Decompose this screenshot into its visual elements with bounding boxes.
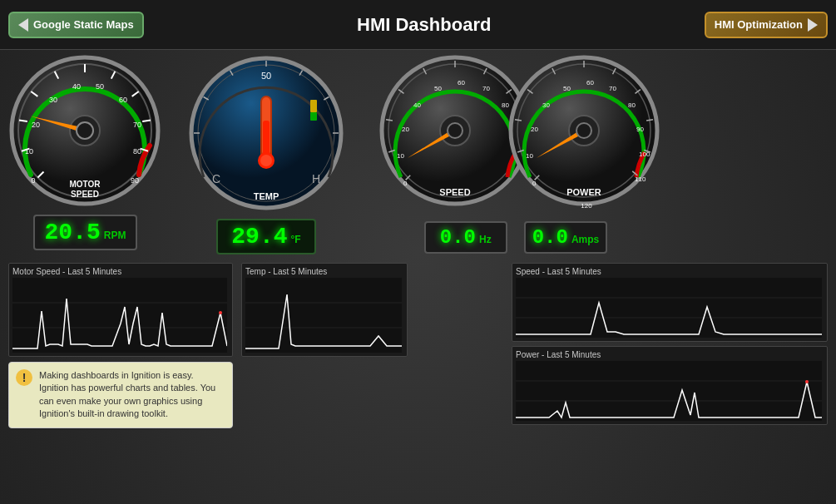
spacer [416, 263, 503, 428]
speed-power-gauges: 0 10 20 40 50 60 70 80 90 [378, 54, 653, 208]
svg-point-71 [448, 123, 463, 138]
svg-text:MOTOR: MOTOR [69, 180, 101, 189]
charts-row: Motor Speed - Last 5 Minutes [8, 263, 828, 428]
power-chart-area [516, 361, 822, 421]
svg-point-105 [219, 311, 222, 314]
temp-gauge: C H 50 [187, 54, 345, 212]
motor-speed-gauge: 0 10 20 30 40 50 [8, 54, 162, 208]
svg-text:70: 70 [482, 85, 490, 92]
nav-right-button[interactable]: HMI Optimization [705, 12, 828, 38]
svg-text:60: 60 [586, 79, 594, 86]
svg-text:10: 10 [25, 147, 33, 156]
svg-point-100 [576, 123, 591, 138]
svg-text:10: 10 [397, 152, 404, 160]
svg-rect-112 [516, 361, 822, 421]
motor-speed-value: 20.5 [45, 220, 101, 245]
left-arrow-icon [18, 18, 28, 32]
svg-text:90: 90 [636, 126, 644, 133]
svg-text:0: 0 [532, 180, 537, 187]
power-chart-svg [516, 361, 822, 421]
speed-display: 0.0 Hz [424, 221, 507, 254]
svg-text:90: 90 [131, 176, 139, 185]
motor-speed-chart-area [12, 278, 227, 353]
nav-left-button[interactable]: Google Static Maps [8, 12, 144, 38]
svg-rect-41 [310, 112, 317, 121]
power-gauge: 0 10 20 30 50 60 70 80 90 100 110 120 [507, 54, 661, 211]
speed-chart-box: Speed - Last 5 Minutes [512, 263, 828, 342]
power-unit: Amps [571, 234, 599, 245]
svg-text:110: 110 [635, 175, 646, 183]
header: Google Static Maps HMI Dashboard HMI Opt… [0, 0, 836, 50]
svg-text:50: 50 [563, 85, 571, 92]
svg-point-46 [260, 155, 272, 166]
right-arrow-icon [808, 18, 818, 32]
motor-speed-chart-title: Motor Speed - Last 5 Minutes [12, 267, 229, 276]
svg-point-115 [805, 380, 809, 383]
svg-text:H: H [312, 172, 320, 185]
temp-svg: C H 50 [187, 54, 345, 212]
svg-text:0: 0 [31, 176, 35, 185]
svg-text:80: 80 [628, 101, 636, 109]
svg-rect-106 [245, 278, 402, 353]
svg-text:20: 20 [531, 126, 538, 133]
motor-speed-unit: RPM [104, 230, 126, 241]
temp-chart-title: Temp - Last 5 Minutes [245, 267, 403, 276]
sp-displays: 0.0 Hz 0.0 Amps [424, 215, 608, 254]
motor-speed-svg: 0 10 20 30 40 50 [8, 54, 162, 208]
motor-speed-chart-box: Motor Speed - Last 5 Minutes [8, 263, 233, 357]
svg-text:TEMP: TEMP [254, 191, 279, 201]
svg-text:C: C [212, 172, 220, 185]
temp-gauge-container: C H 50 [187, 54, 345, 254]
svg-text:30: 30 [542, 101, 550, 109]
speed-chart-area [516, 278, 822, 338]
svg-text:50: 50 [261, 71, 271, 81]
svg-text:0: 0 [403, 180, 408, 187]
info-icon: ! [16, 369, 32, 386]
svg-text:60: 60 [458, 79, 465, 86]
power-chart-title: Power - Last 5 Minutes [516, 350, 824, 359]
page-title: HMI Dashboard [357, 14, 491, 36]
speed-value: 0.0 [440, 226, 476, 249]
svg-text:70: 70 [133, 121, 141, 129]
temp-chart-area [245, 278, 402, 353]
temp-display: 29.4 °F [216, 219, 316, 254]
svg-rect-40 [310, 100, 317, 112]
svg-text:20: 20 [402, 126, 409, 133]
svg-text:40: 40 [72, 82, 81, 91]
power-svg: 0 10 20 30 50 60 70 80 90 100 110 120 [507, 54, 661, 208]
svg-text:SPEED: SPEED [71, 190, 99, 199]
svg-text:10: 10 [526, 152, 533, 160]
info-text: Making dashboards in Ignition is easy. I… [39, 369, 225, 421]
power-chart-box: Power - Last 5 Minutes [512, 346, 828, 425]
motor-speed-display: 20.5 RPM [33, 215, 138, 250]
svg-text:SPEED: SPEED [439, 187, 470, 197]
svg-text:50: 50 [434, 85, 442, 92]
svg-text:50: 50 [96, 82, 104, 91]
info-box: ! Making dashboards in Ignition is easy.… [8, 362, 233, 428]
svg-text:80: 80 [133, 147, 141, 156]
motor-speed-chart-svg [12, 278, 227, 353]
motor-speed-chart: Motor Speed - Last 5 Minutes [8, 263, 233, 428]
nav-left-label: Google Static Maps [33, 18, 134, 31]
power-value: 0.0 [532, 226, 568, 249]
motor-speed-gauge-container: 0 10 20 30 40 50 [8, 54, 162, 250]
speed-unit: Hz [479, 234, 492, 245]
svg-text:40: 40 [413, 101, 421, 109]
svg-text:70: 70 [609, 85, 616, 92]
svg-text:60: 60 [119, 96, 127, 104]
speed-chart-title: Speed - Last 5 Minutes [516, 267, 824, 276]
svg-text:30: 30 [49, 96, 57, 104]
nav-right-label: HMI Optimization [715, 18, 803, 31]
temp-chart-container: Temp - Last 5 Minutes [241, 263, 408, 428]
temp-unit: °F [291, 234, 301, 245]
temp-chart-box: Temp - Last 5 Minutes [241, 263, 408, 357]
svg-text:120: 120 [581, 202, 592, 208]
svg-point-25 [77, 122, 93, 139]
svg-text:20: 20 [32, 121, 40, 129]
temp-value: 29.4 [231, 224, 287, 250]
speed-power-section: 0 10 20 40 50 60 70 80 90 [378, 54, 653, 254]
speed-chart-svg [516, 278, 822, 338]
temp-chart-svg [245, 278, 402, 353]
power-display: 0.0 Amps [524, 221, 608, 254]
speed-power-charts: Speed - Last 5 Minutes Power - Last 5 Mi… [512, 263, 828, 428]
